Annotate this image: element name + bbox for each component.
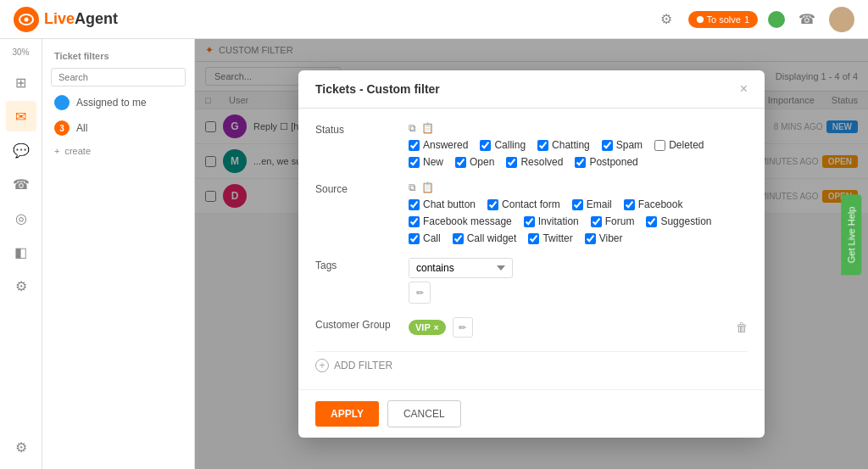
source-viber[interactable]: Viber [585, 232, 623, 244]
add-filter-label: ADD FILTER [334, 360, 392, 371]
custom-filter-modal: Tickets - Custom filter × Status ⧉ 📋 [298, 70, 765, 438]
modal-header: Tickets - Custom filter × [298, 70, 765, 109]
modal-footer: APPLY CANCEL [298, 389, 765, 438]
apply-button[interactable]: APPLY [315, 401, 379, 427]
customer-group-content: VIP × ✏ 🗑 [409, 317, 748, 338]
paste-icon[interactable]: 📋 [421, 122, 434, 134]
source-checkbox-list: Chat button Contact form Email Facebook … [409, 198, 748, 244]
status-filter-content: ⧉ 📋 Answered Calling Chatting Spam Delet… [409, 122, 748, 168]
status-label: Status [315, 122, 409, 136]
status-new[interactable]: New [409, 156, 443, 168]
source-invitation[interactable]: Invitation [524, 215, 579, 227]
svg-point-3 [833, 23, 850, 32]
status-indicator [697, 16, 704, 23]
source-suggestion[interactable]: Suggestion [646, 215, 711, 227]
svg-point-1 [25, 17, 29, 21]
tags-label: Tags [315, 258, 409, 271]
phone-icon[interactable]: ☎ [795, 8, 819, 31]
paste-source-icon[interactable]: 📋 [421, 181, 434, 193]
navbar: LiveAgent ⚙ To solve 1 ☎ [0, 0, 868, 39]
main-content: ✦ CUSTOM FILTER ↺ ⏭ ☺ ↑ 🗑 ✏ Displaying 1… [195, 39, 868, 469]
source-email[interactable]: Email [572, 198, 612, 210]
vip-remove-button[interactable]: × [434, 323, 439, 332]
source-facebook[interactable]: Facebook [624, 198, 683, 210]
source-twitter[interactable]: Twitter [528, 232, 572, 244]
status-filter-row: Status ⧉ 📋 Answered Calling Chatting Spa… [315, 122, 748, 168]
progress-percent: 30% [12, 47, 29, 57]
customer-group-label: Customer Group [315, 317, 409, 331]
status-open[interactable]: Open [455, 156, 494, 168]
sidebar-item-billing[interactable]: ◧ [6, 237, 36, 267]
status-icons-row: ⧉ 📋 [409, 122, 748, 134]
modal-title: Tickets - Custom filter [315, 82, 440, 96]
icon-sidebar: 30% ⊞ ✉ 💬 ☎ ◎ ◧ ⚙ ⚙ [0, 39, 42, 469]
sidebar-item-tickets[interactable]: ✉ [6, 101, 36, 131]
settings-icon[interactable]: ⚙ [654, 8, 678, 31]
status-spam[interactable]: Spam [602, 139, 643, 151]
vip-tag: VIP × [409, 320, 446, 335]
status-resolved[interactable]: Resolved [506, 156, 563, 168]
source-filter-row: Source ⧉ 📋 Chat button Contact form Emai… [315, 181, 748, 244]
sidebar-item-reports[interactable]: ◎ [6, 203, 36, 233]
svg-point-2 [837, 12, 847, 22]
add-filter-plus-icon: + [315, 359, 329, 372]
modal-close-button[interactable]: × [740, 82, 748, 96]
sidebar-search-input[interactable] [51, 68, 186, 87]
status-chatting[interactable]: Chatting [537, 139, 590, 151]
sidebar-header: Ticket filters [42, 47, 194, 64]
copy-icon[interactable]: ⧉ [409, 122, 416, 134]
all-badge: 3 [54, 120, 70, 136]
secondary-sidebar: Ticket filters Assigned to me 3 All + cr… [42, 39, 195, 469]
sidebar-item-dashboard[interactable]: ⊞ [6, 67, 36, 98]
source-label: Source [315, 181, 409, 195]
modal-body: Status ⧉ 📋 Answered Calling Chatting Spa… [298, 109, 765, 389]
source-call-widget[interactable]: Call widget [453, 232, 517, 244]
copy-source-icon[interactable]: ⧉ [409, 181, 416, 193]
source-forum[interactable]: Forum [591, 215, 635, 227]
source-filter-content: ⧉ 📋 Chat button Contact form Email Faceb… [409, 181, 748, 244]
tags-edit-icon[interactable]: ✏ [409, 282, 431, 304]
assigned-badge [54, 95, 70, 110]
sidebar-search [42, 64, 194, 90]
sidebar-item-phone[interactable]: ☎ [6, 169, 36, 199]
status-answered[interactable]: Answered [409, 139, 468, 151]
sidebar-item-assigned-to-me[interactable]: Assigned to me [42, 90, 194, 115]
tags-filter-content: contains does not contain ✏ [409, 258, 748, 304]
customer-group-edit-icon[interactable]: ✏ [453, 317, 473, 338]
status-checkbox-list: Answered Calling Chatting Spam Deleted N… [409, 139, 748, 168]
status-calling[interactable]: Calling [480, 139, 526, 151]
sidebar-item-chat[interactable]: 💬 [6, 135, 36, 165]
source-call[interactable]: Call [409, 232, 441, 244]
source-icons-row: ⧉ 📋 [409, 181, 748, 193]
logo-icon [14, 7, 39, 32]
user-avatar[interactable] [829, 7, 854, 32]
logo-text: LiveAgent [44, 10, 118, 28]
to-solve-button[interactable]: To solve 1 [688, 11, 758, 28]
status-deleted[interactable]: Deleted [654, 139, 704, 151]
sidebar-item-plugins[interactable]: ⚙ [6, 432, 36, 462]
source-chat-button[interactable]: Chat button [409, 198, 476, 210]
tags-operator-select[interactable]: contains does not contain [409, 258, 513, 278]
add-filter-row[interactable]: + ADD FILTER [315, 351, 748, 376]
tags-filter-row: Tags contains does not contain ✏ [315, 258, 748, 304]
customer-group-row: VIP × ✏ 🗑 [409, 317, 748, 338]
source-facebook-message[interactable]: Facebook message [409, 215, 512, 227]
create-filter-button[interactable]: + create [42, 141, 194, 161]
sidebar-item-settings[interactable]: ⚙ [6, 271, 36, 301]
customer-group-filter-row: Customer Group VIP × ✏ 🗑 [315, 317, 748, 338]
online-status-icon[interactable] [768, 11, 785, 28]
navbar-right: ⚙ To solve 1 ☎ [654, 7, 854, 32]
customer-group-delete-icon[interactable]: 🗑 [736, 321, 748, 334]
modal-overlay[interactable]: Tickets - Custom filter × Status ⧉ 📋 [195, 39, 868, 469]
source-contact-form[interactable]: Contact form [487, 198, 560, 210]
live-help-tab[interactable]: Get Live Help [842, 194, 862, 275]
status-postponed[interactable]: Postponed [575, 156, 637, 168]
sidebar-item-all[interactable]: 3 All [42, 115, 194, 141]
main-layout: 30% ⊞ ✉ 💬 ☎ ◎ ◧ ⚙ ⚙ Ticket filters Assig… [0, 39, 868, 469]
logo[interactable]: LiveAgent [14, 7, 118, 32]
tags-operator-row: contains does not contain [409, 258, 748, 278]
cancel-button[interactable]: CANCEL [387, 400, 461, 427]
